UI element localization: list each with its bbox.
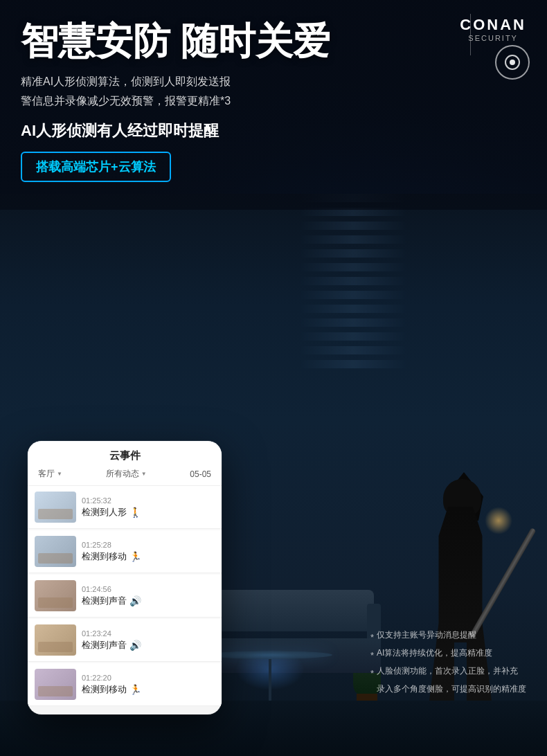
- note-item-1: * 仅支持主账号异动消息提醒: [370, 629, 526, 647]
- filter-state-arrow: ▼: [141, 471, 147, 477]
- note-text-2: AI算法将持续优化，提高精准度: [377, 647, 492, 659]
- event-label-2: 检测到移动: [82, 550, 127, 563]
- event-thumb-4: [35, 624, 76, 656]
- note-item-3: * 人脸侦测功能，首次录入正脸，并补充: [370, 665, 526, 683]
- note-text-3: 人脸侦测功能，首次录入正脸，并补充: [377, 665, 518, 677]
- note-star-1: *: [370, 629, 374, 647]
- brand-logo: CONAN SECURITY: [460, 17, 526, 42]
- phone-mockup: 云事件 客厅 ▼ 所有动态 ▼ 05-05: [28, 441, 222, 714]
- event-thumb-5: [35, 669, 76, 700]
- camera-circle-inner: [505, 55, 520, 70]
- brand-sub: SECURITY: [460, 34, 526, 42]
- phone-filters: 客厅 ▼ 所有动态 ▼ 05-05: [38, 468, 211, 480]
- event-desc-3: 检测到声音 🔊: [82, 595, 215, 607]
- filter-room[interactable]: 客厅 ▼: [38, 468, 62, 480]
- event-list: 01:25:32 检测到人形 🚶 01:25:28 检测到移动 🏃: [28, 486, 222, 706]
- note-star-3: *: [370, 665, 374, 683]
- event-icon-motion-2: 🏃: [129, 551, 141, 562]
- desc-line1: 精准AI人形侦测算法，侦测到人即刻发送报: [21, 75, 231, 87]
- tag-badge: 搭载高端芯片+云算法: [21, 152, 171, 182]
- event-time-2: 01:25:28: [82, 541, 215, 549]
- event-item-2: 01:25:28 检测到移动 🏃: [28, 530, 222, 573]
- phone-title: 云事件: [38, 449, 211, 462]
- event-desc-2: 检测到移动 🏃: [82, 550, 215, 563]
- event-thumb-3: [35, 580, 76, 611]
- filter-date: 05-05: [190, 469, 211, 479]
- event-item-5: 01:22:20 检测到移动 🏃: [28, 663, 222, 706]
- event-icon-person-1: 🚶: [129, 507, 141, 518]
- phone-header: 云事件 客厅 ▼ 所有动态 ▼ 05-05: [28, 441, 222, 486]
- filter-state[interactable]: 所有动态 ▼: [106, 468, 147, 480]
- event-desc-5: 检测到移动 🏃: [82, 683, 215, 696]
- main-title: 智慧安防 随时关爱: [21, 21, 526, 62]
- phone-frame: 云事件 客厅 ▼ 所有动态 ▼ 05-05: [28, 441, 222, 714]
- brand-name: CONAN: [460, 17, 526, 33]
- table-decoration: [208, 651, 332, 701]
- header-section: CONAN SECURITY 智慧安防 随时关爱 精准AI人形侦测算法，侦测到人…: [0, 0, 547, 210]
- event-time-4: 01:23:24: [82, 629, 215, 638]
- description: 精准AI人形侦测算法，侦测到人即刻发送报 警信息并录像减少无效预警，报警更精准*…: [21, 72, 402, 109]
- event-time-1: 01:25:32: [82, 496, 215, 505]
- note-text-4: 录入多个角度侧脸，可提高识别的精准度: [377, 683, 526, 695]
- note-text-1: 仅支持主账号异动消息提醒: [377, 629, 476, 641]
- filter-room-arrow: ▼: [57, 471, 62, 477]
- notes-section: * 仅支持主账号异动消息提醒 * AI算法将持续优化，提高精准度 * 人脸侦测功…: [370, 629, 526, 701]
- event-info-3: 01:24:56 检测到声音 🔊: [76, 585, 215, 607]
- event-time-5: 01:22:20: [82, 674, 215, 682]
- event-icon-sound-4: 🔊: [129, 640, 141, 651]
- note-star-2: *: [370, 647, 374, 665]
- camera-dot: [510, 60, 515, 65]
- event-desc-4: 检测到声音 🔊: [82, 639, 215, 651]
- event-info-5: 01:22:20 检测到移动 🏃: [76, 674, 215, 696]
- event-label-5: 检测到移动: [82, 683, 127, 696]
- event-info-4: 01:23:24 检测到声音 🔊: [76, 629, 215, 651]
- sub-title: AI人形侦测有人经过即时提醒: [21, 120, 526, 141]
- event-thumb-1: [35, 492, 76, 523]
- event-icon-sound-3: 🔊: [129, 595, 141, 606]
- filter-state-label: 所有动态: [106, 468, 139, 480]
- event-time-3: 01:24:56: [82, 585, 215, 593]
- filter-room-label: 客厅: [38, 468, 55, 480]
- camera-circle-outer: [495, 45, 530, 80]
- event-icon-motion-5: 🏃: [129, 684, 141, 695]
- desc-line2: 警信息并录像减少无效预警，报警更精准*3: [21, 95, 231, 107]
- event-info-1: 01:25:32 检测到人形 🚶: [76, 496, 215, 519]
- event-thumb-2: [35, 536, 76, 567]
- event-label-4: 检测到声音: [82, 639, 127, 651]
- note-item-4: * 录入多个角度侧脸，可提高识别的精准度: [370, 683, 526, 701]
- event-item-3: 01:24:56 检测到声音 🔊: [28, 575, 222, 618]
- event-item-4: 01:23:24 检测到声音 🔊: [28, 619, 222, 662]
- event-item-1: 01:25:32 检测到人形 🚶: [28, 486, 222, 529]
- event-label-3: 检测到声音: [82, 595, 127, 607]
- camera-icon-wrap: [495, 45, 530, 80]
- event-desc-1: 检测到人形 🚶: [82, 506, 215, 519]
- event-label-1: 检测到人形: [82, 506, 127, 519]
- note-item-2: * AI算法将持续优化，提高精准度: [370, 647, 526, 665]
- event-info-2: 01:25:28 检测到移动 🏃: [76, 541, 215, 563]
